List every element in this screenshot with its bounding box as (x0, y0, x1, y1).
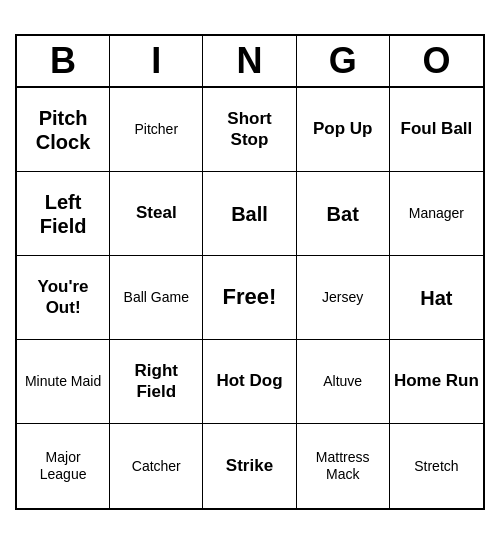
bingo-cell: Ball (203, 172, 296, 256)
bingo-cell: Stretch (390, 424, 483, 508)
bingo-cell: Ball Game (110, 256, 203, 340)
bingo-cell: Minute Maid (17, 340, 110, 424)
bingo-cell: Left Field (17, 172, 110, 256)
bingo-cell: Altuve (297, 340, 390, 424)
bingo-cell: Mattress Mack (297, 424, 390, 508)
bingo-cell: Manager (390, 172, 483, 256)
bingo-cell: Foul Ball (390, 88, 483, 172)
bingo-cell: Bat (297, 172, 390, 256)
bingo-header: BINGO (17, 36, 483, 88)
bingo-cell: Steal (110, 172, 203, 256)
bingo-cell: Right Field (110, 340, 203, 424)
bingo-card: BINGO Pitch ClockPitcherShort StopPop Up… (15, 34, 485, 510)
bingo-cell: Short Stop (203, 88, 296, 172)
bingo-cell: Jersey (297, 256, 390, 340)
bingo-cell: Free! (203, 256, 296, 340)
bingo-cell: Pitch Clock (17, 88, 110, 172)
bingo-letter: I (110, 36, 203, 86)
bingo-cell: Home Run (390, 340, 483, 424)
bingo-letter: N (203, 36, 296, 86)
bingo-cell: Catcher (110, 424, 203, 508)
bingo-cell: Strike (203, 424, 296, 508)
bingo-grid: Pitch ClockPitcherShort StopPop UpFoul B… (17, 88, 483, 508)
bingo-cell: Hat (390, 256, 483, 340)
bingo-letter: O (390, 36, 483, 86)
bingo-cell: You're Out! (17, 256, 110, 340)
bingo-letter: G (297, 36, 390, 86)
bingo-cell: Major League (17, 424, 110, 508)
bingo-cell: Hot Dog (203, 340, 296, 424)
bingo-letter: B (17, 36, 110, 86)
bingo-cell: Pitcher (110, 88, 203, 172)
bingo-cell: Pop Up (297, 88, 390, 172)
